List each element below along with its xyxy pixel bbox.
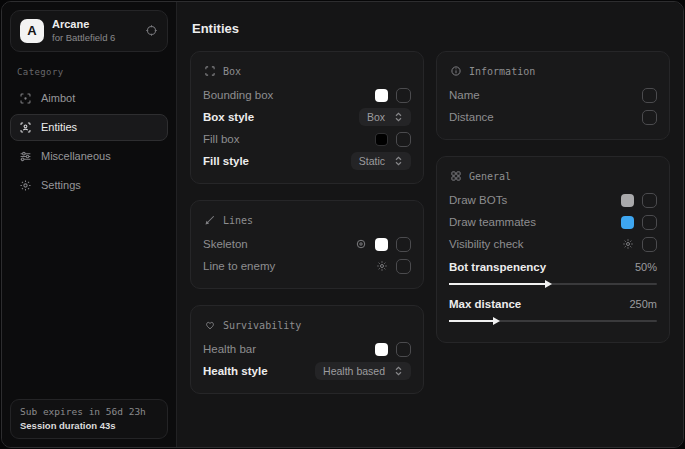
chevron-updown-icon (394, 156, 403, 166)
general-card-header: General (450, 170, 657, 182)
bounding-box-checkbox[interactable] (396, 88, 411, 103)
box-card-header: Box (204, 65, 411, 77)
name-label: Name (449, 89, 480, 101)
general-card-title: General (469, 171, 511, 182)
skeleton-color-swatch[interactable] (375, 238, 388, 251)
health-bar-row: Health bar (203, 338, 411, 360)
gear-icon (19, 179, 32, 192)
skeleton-label: Skeleton (203, 238, 248, 250)
brand-title: Arcane (52, 18, 115, 31)
information-card-header: Information (450, 65, 657, 77)
brand-subtitle: for Battlefield 6 (52, 32, 115, 43)
sidebar-item-label: Miscellaneous (41, 150, 111, 162)
draw-bots-label: Draw BOTs (449, 194, 507, 206)
distance-row: Distance (449, 106, 657, 128)
line-to-enemy-label: Line to enemy (203, 260, 275, 272)
health-bar-color-swatch[interactable] (375, 343, 388, 356)
health-style-dropdown[interactable]: Health based (315, 362, 411, 380)
sidebar-item-settings[interactable]: Settings (10, 172, 168, 199)
sidebar-item-aimbot[interactable]: Aimbot (10, 85, 168, 112)
lines-card: Lines Skeleton (190, 200, 424, 289)
information-card: Information Name Distance (436, 51, 670, 140)
sidebar-item-label: Settings (41, 179, 81, 191)
target-icon[interactable] (145, 24, 158, 37)
sidebar-item-entities[interactable]: Entities (10, 114, 168, 141)
draw-teammates-label: Draw teammates (449, 216, 536, 228)
fill-style-value: Static (359, 155, 385, 167)
info-icon (450, 65, 462, 77)
max-distance-slider-fill (449, 320, 493, 322)
survivability-card-header: Survivability (204, 319, 411, 331)
chevron-updown-icon (394, 366, 403, 376)
health-style-value: Health based (323, 365, 385, 377)
bot-transparency-value: 50% (635, 261, 657, 273)
brand-card: A Arcane for Battlefield 6 (10, 10, 168, 52)
draw-bots-color-swatch[interactable] (621, 194, 634, 207)
distance-label: Distance (449, 111, 494, 123)
max-distance-block: Max distance 250m (449, 294, 657, 322)
max-distance-slider[interactable] (449, 320, 657, 322)
box-style-dropdown[interactable]: Box (359, 108, 411, 126)
fill-box-row: Fill box (203, 128, 411, 150)
subscription-status-card: Sub expires in 56d 23h Session duration … (10, 399, 168, 439)
survivability-card: Survivability Health bar Health style He… (190, 305, 424, 394)
brand-text: Arcane for Battlefield 6 (52, 18, 115, 44)
skeleton-settings-gear-icon[interactable] (355, 238, 367, 250)
brand-logo: A (20, 19, 44, 43)
skeleton-checkbox[interactable] (396, 237, 411, 252)
draw-teammates-checkbox[interactable] (642, 215, 657, 230)
sub-expiry-text: Sub expires in 56d 23h (20, 406, 158, 417)
sidebar-nav: Aimbot Entities (10, 85, 168, 199)
name-checkbox[interactable] (642, 88, 657, 103)
draw-bots-row: Draw BOTs (449, 189, 657, 211)
sidebar-item-label: Aimbot (41, 92, 75, 104)
fill-box-checkbox[interactable] (396, 132, 411, 147)
main-panel: Entities Box (177, 2, 683, 447)
max-distance-label: Max distance (449, 298, 521, 310)
draw-bots-checkbox[interactable] (642, 193, 657, 208)
fill-style-label: Fill style (203, 155, 249, 167)
skeleton-row: Skeleton (203, 233, 411, 255)
name-row: Name (449, 84, 657, 106)
pencil-line-icon (204, 214, 216, 226)
session-duration-text: Session duration 43s (20, 420, 158, 431)
box-corners-icon (204, 65, 216, 77)
fill-style-dropdown[interactable]: Static (351, 152, 411, 170)
bot-transparency-slider[interactable] (449, 283, 657, 285)
lines-card-header: Lines (204, 214, 411, 226)
draw-teammates-row: Draw teammates (449, 211, 657, 233)
chevron-updown-icon (394, 112, 403, 122)
box-card: Box Bounding box Box style Box (190, 51, 424, 184)
sliders-icon (19, 150, 32, 163)
box-card-title: Box (223, 66, 241, 77)
health-style-row: Health style Health based (203, 360, 411, 382)
heart-icon (204, 319, 216, 331)
bot-transparency-slider-fill (449, 283, 545, 285)
sidebar-item-miscellaneous[interactable]: Miscellaneous (10, 143, 168, 170)
bot-transparency-label: Bot transpenency (449, 261, 546, 273)
visibility-check-checkbox[interactable] (642, 237, 657, 252)
fill-box-color-swatch[interactable] (375, 133, 388, 146)
draw-teammates-color-swatch[interactable] (621, 216, 634, 229)
app-window: A Arcane for Battlefield 6 Category (1, 1, 684, 448)
line-to-enemy-checkbox[interactable] (396, 259, 411, 274)
information-card-title: Information (469, 66, 535, 77)
crosshair-icon (19, 92, 32, 105)
line-to-enemy-row: Line to enemy (203, 255, 411, 277)
line-to-enemy-settings-gear-icon[interactable] (376, 260, 388, 272)
bounding-box-color-swatch[interactable] (375, 89, 388, 102)
lines-card-title: Lines (223, 215, 253, 226)
distance-checkbox[interactable] (642, 110, 657, 125)
visibility-check-settings-gear-icon[interactable] (622, 238, 634, 250)
category-label: Category (17, 67, 168, 77)
bounding-box-label: Bounding box (203, 89, 273, 101)
box-style-label: Box style (203, 111, 254, 123)
grid-icon (450, 170, 462, 182)
general-card: General Draw BOTs Draw teammates (436, 156, 670, 343)
box-style-row: Box style Box (203, 106, 411, 128)
max-distance-value: 250m (629, 298, 657, 310)
sidebar-item-label: Entities (41, 121, 77, 133)
health-bar-checkbox[interactable] (396, 342, 411, 357)
health-bar-label: Health bar (203, 343, 256, 355)
visibility-check-label: Visibility check (449, 238, 524, 250)
